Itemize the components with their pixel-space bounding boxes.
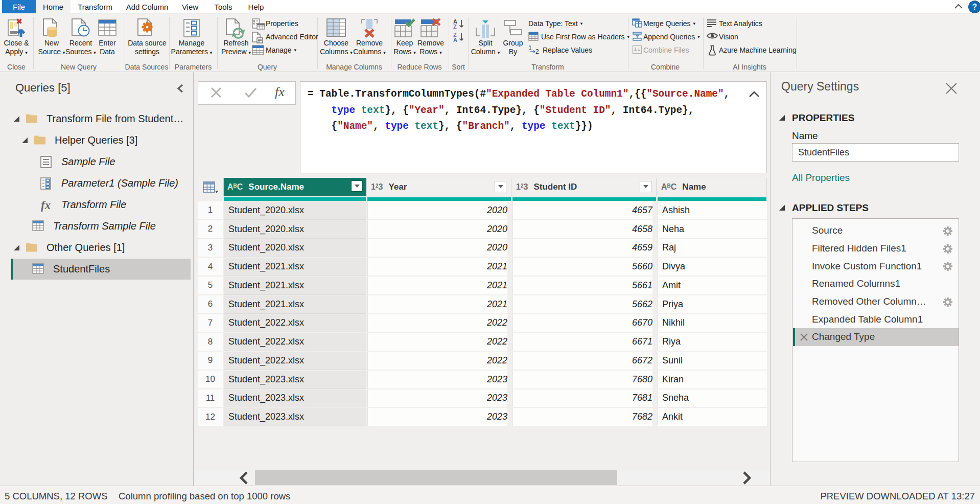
svg-text:1: 1 xyxy=(528,45,532,52)
svg-text:Z: Z xyxy=(453,24,457,29)
svg-text:A: A xyxy=(453,37,457,42)
svg-text:2: 2 xyxy=(535,48,539,54)
